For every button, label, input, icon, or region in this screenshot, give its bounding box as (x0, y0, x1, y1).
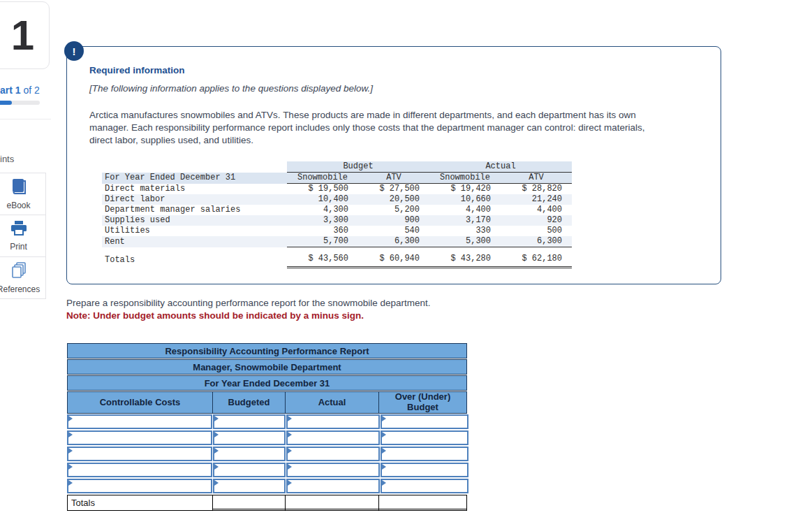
problem-description: Arctica manufactures snowmobiles and ATV… (89, 109, 665, 146)
table-row: Direct labor 10,400 20,500 10,660 21,240 (102, 194, 572, 205)
table-row: Rent 5,700 6,300 5,300 6,300 (102, 236, 572, 247)
rail-divider (0, 119, 51, 119)
cell-value: 4,400 (501, 205, 572, 215)
cell-flag-icon (68, 464, 73, 470)
row-label: Department manager salaries (102, 205, 287, 215)
table-row: Supplies used 3,300 900 3,170 920 (102, 215, 572, 226)
cell-value: $ 19,420 (429, 184, 501, 195)
answer-input-row (67, 463, 468, 477)
cost-label-input-cell[interactable] (67, 414, 212, 429)
part-indicator: art 1 of 2 (0, 85, 40, 96)
cell-value: 6,300 (358, 236, 429, 247)
part-indicator-total: of 2 (21, 85, 40, 96)
budgeted-input-cell[interactable] (213, 430, 286, 445)
hints-label: ints (0, 154, 14, 164)
budgeted-input-cell[interactable] (213, 463, 286, 477)
printer-icon (10, 220, 28, 240)
cell-value: 900 (358, 215, 429, 226)
minus-sign-note: Note: Under budget amounts should be ind… (66, 310, 364, 321)
over-under-input-cell[interactable] (381, 479, 468, 493)
budgeted-input-cell[interactable] (213, 447, 286, 461)
answer-input-row (67, 447, 468, 461)
instruction-text: Prepare a responsibility accounting perf… (66, 298, 431, 308)
cell-value: 3,170 (429, 215, 501, 226)
column-header: ATV (358, 173, 429, 184)
question-number-card[interactable]: 1 (0, 1, 50, 69)
actual-input-cell[interactable] (286, 463, 380, 477)
answer-table: Responsibility Accounting Performance Re… (67, 343, 468, 511)
controllable-costs-header: Controllable Costs (67, 391, 213, 414)
cost-table-group-row: Budget Actual (102, 161, 572, 173)
over-under-input-cell[interactable] (381, 463, 468, 477)
cost-label-input-cell[interactable] (67, 463, 212, 477)
column-header: Snowmobile (287, 173, 358, 184)
total-value: $ 43,280 (429, 247, 501, 268)
ebook-label: eBook (6, 201, 30, 210)
required-information-title: Required information (89, 65, 698, 75)
over-under-input-cell[interactable] (381, 447, 468, 461)
cell-value: 5,300 (429, 236, 501, 247)
progress-fill (0, 101, 12, 105)
answer-totals-row: Totals (67, 495, 468, 511)
totals-row: Totals $ 43,560 $ 60,940 $ 43,280 $ 62,1… (102, 247, 572, 268)
cell-flag-icon (214, 416, 219, 421)
cell-value: 540 (358, 226, 429, 236)
over-under-input-cell[interactable] (381, 414, 468, 429)
cell-flag-icon (288, 480, 292, 486)
answer-input-row (67, 414, 468, 429)
cell-flag-icon (68, 480, 73, 486)
table-row: Direct materials $ 19,500 $ 27,500 $ 19,… (102, 184, 572, 195)
over-under-input-cell[interactable] (381, 430, 468, 445)
progress-bar (0, 101, 40, 105)
answer-header-row: Controllable Costs Budgeted Actual Over … (67, 391, 468, 414)
tool-rail: eBook Print References (0, 173, 46, 299)
budgeted-input-cell[interactable] (213, 414, 286, 429)
cell-value: 920 (501, 215, 572, 226)
actual-input-cell[interactable] (286, 479, 380, 493)
cell-flag-icon (382, 448, 386, 454)
cell-flag-icon (214, 432, 219, 437)
table-row: Department manager salaries 4,300 5,200 … (102, 205, 572, 215)
answer-input-row (67, 430, 468, 445)
part-indicator-current: art 1 (0, 85, 21, 96)
report-title-row: Responsibility Accounting Performance Re… (67, 343, 467, 358)
answer-totals-label: Totals (67, 495, 213, 511)
cell-value: $ 19,500 (287, 184, 358, 195)
cell-flag-icon (214, 480, 219, 486)
cost-label-input-cell[interactable] (67, 479, 212, 493)
row-label: Rent (102, 236, 287, 247)
print-button[interactable]: Print (0, 215, 46, 257)
cell-flag-icon (382, 464, 386, 470)
actual-header: Actual (285, 391, 379, 414)
total-value: $ 60,940 (358, 247, 429, 268)
cost-data-table: Budget Actual For Year Ended December 31… (102, 161, 698, 268)
actual-input-cell[interactable] (286, 447, 380, 461)
cell-flag-icon (68, 448, 73, 454)
row-label: Utilities (102, 226, 287, 236)
cell-value: 360 (287, 226, 358, 236)
required-information-panel: Required information [The following info… (66, 46, 721, 284)
alert-icon: ! (64, 41, 84, 61)
cost-label-input-cell[interactable] (67, 447, 212, 461)
cell-flag-icon (382, 480, 386, 486)
cell-value: 330 (429, 226, 501, 236)
row-label: Supplies used (102, 215, 287, 226)
actual-group-header: Actual (429, 161, 572, 173)
budgeted-header: Budgeted (212, 391, 286, 414)
over-under-total-cell (378, 495, 467, 511)
cost-label-input-cell[interactable] (67, 430, 212, 445)
references-button[interactable]: References (0, 256, 46, 299)
ebook-button[interactable]: eBook (0, 173, 46, 215)
actual-input-cell[interactable] (286, 414, 380, 429)
table-row: Utilities 360 540 330 500 (102, 226, 572, 236)
budgeted-input-cell[interactable] (213, 479, 286, 493)
total-value: $ 43,560 (287, 247, 358, 268)
totals-label: Totals (102, 247, 287, 268)
actual-input-cell[interactable] (286, 430, 380, 445)
year-ended-label: For Year Ended December 31 (102, 173, 287, 184)
cell-value: $ 27,500 (358, 184, 429, 195)
cell-flag-icon (288, 448, 292, 454)
report-manager-row: Manager, Snowmobile Department (67, 359, 467, 375)
cell-value: 10,400 (287, 194, 358, 205)
answer-input-row (67, 479, 468, 493)
